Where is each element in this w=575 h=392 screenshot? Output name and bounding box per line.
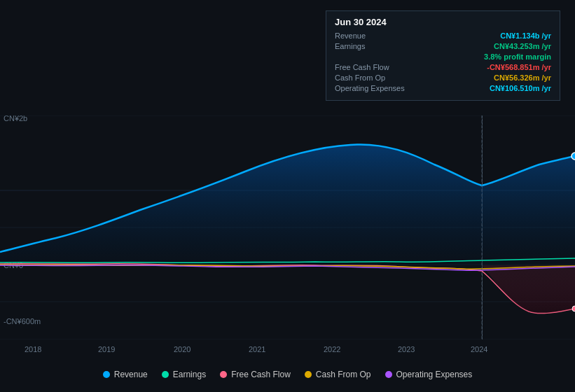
- legend-label-opex: Operating Expenses: [396, 370, 473, 379]
- svg-point-8: [572, 306, 575, 312]
- legend-label-revenue: Revenue: [114, 370, 148, 379]
- legend-item-earnings[interactable]: Earnings: [162, 370, 206, 379]
- x-label-2022: 2022: [324, 345, 340, 354]
- tooltip-value-earnings: CN¥43.253m /yr: [494, 42, 551, 50]
- tooltip-label-opex: Operating Expenses: [335, 84, 405, 92]
- legend-item-revenue[interactable]: Revenue: [103, 370, 148, 379]
- tooltip-row-fcf: Free Cash Flow -CN¥568.851m /yr: [335, 63, 551, 71]
- tooltip-value-revenue: CN¥1.134b /yr: [500, 31, 551, 40]
- legend-dot-fcf: [220, 371, 227, 378]
- tooltip-row-margin: 3.8% profit margin: [335, 52, 551, 61]
- legend-label-fcf: Free Cash Flow: [231, 370, 291, 379]
- chart-legend: Revenue Earnings Free Cash Flow Cash Fro…: [0, 370, 575, 379]
- tooltip-row-earnings: Earnings CN¥43.253m /yr: [335, 42, 551, 50]
- legend-item-opex[interactable]: Operating Expenses: [385, 370, 473, 379]
- x-label-2018: 2018: [25, 345, 41, 354]
- chart-svg: [0, 115, 575, 340]
- tooltip-row-opex: Operating Expenses CN¥106.510m /yr: [335, 84, 551, 92]
- tooltip-label-revenue: Revenue: [335, 31, 366, 40]
- svg-point-7: [571, 153, 575, 160]
- tooltip-label-fcf: Free Cash Flow: [335, 63, 389, 71]
- legend-label-cashfromop: Cash From Op: [316, 370, 371, 379]
- tooltip-label-cashfromop: Cash From Op: [335, 74, 385, 82]
- chart-container: Jun 30 2024 Revenue CN¥1.134b /yr Earnin…: [0, 0, 575, 392]
- tooltip-value-fcf: -CN¥568.851m /yr: [487, 63, 551, 71]
- legend-item-fcf[interactable]: Free Cash Flow: [220, 370, 291, 379]
- legend-dot-revenue: [103, 371, 110, 378]
- tooltip-value-margin: 3.8% profit margin: [484, 52, 551, 61]
- legend-dot-cashfromop: [305, 371, 312, 378]
- legend-label-earnings: Earnings: [173, 370, 206, 379]
- x-label-2021: 2021: [249, 345, 265, 354]
- tooltip-value-cashfromop: CN¥56.326m /yr: [494, 74, 551, 82]
- x-label-2024: 2024: [471, 345, 487, 354]
- tooltip-row-cashfromop: Cash From Op CN¥56.326m /yr: [335, 74, 551, 82]
- legend-dot-opex: [385, 371, 392, 378]
- legend-item-cashfromop[interactable]: Cash From Op: [305, 370, 371, 379]
- x-label-2023: 2023: [398, 345, 415, 354]
- tooltip-value-opex: CN¥106.510m /yr: [490, 84, 551, 92]
- tooltip-row-revenue: Revenue CN¥1.134b /yr: [335, 31, 551, 40]
- x-label-2019: 2019: [98, 345, 115, 354]
- tooltip-label-earnings: Earnings: [335, 42, 365, 50]
- legend-dot-earnings: [162, 371, 169, 378]
- tooltip-date: Jun 30 2024: [335, 17, 551, 27]
- tooltip-panel: Jun 30 2024 Revenue CN¥1.134b /yr Earnin…: [326, 10, 560, 101]
- x-label-2020: 2020: [174, 345, 190, 354]
